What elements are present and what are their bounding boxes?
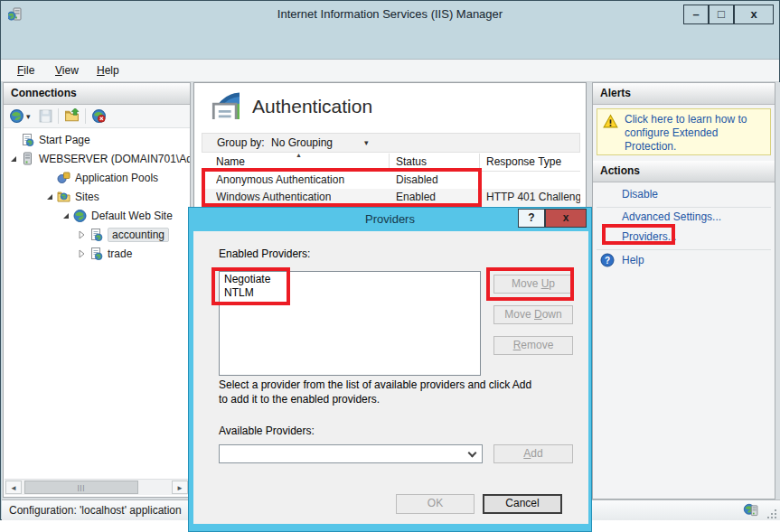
column-status[interactable]: Status <box>396 155 427 168</box>
expander-collapsed-icon[interactable] <box>76 229 89 240</box>
expander-collapsed-icon[interactable] <box>76 248 89 259</box>
expander-spacer <box>7 135 20 145</box>
scroll-left-icon[interactable]: ◄ <box>5 481 22 494</box>
dialog-help-button[interactable]: ? <box>518 209 545 228</box>
address-bar: ▸ WEBSERVER ▸ Sites ▸ Default Web Site ▸… <box>1 28 779 59</box>
save-icon[interactable] <box>38 108 53 124</box>
menu-file-rest: ile <box>23 64 34 77</box>
toolbar-separator <box>58 108 59 124</box>
dialog-description: Select a provider from the list of avail… <box>219 378 537 406</box>
connect-caret-icon[interactable]: ▾ <box>26 112 31 121</box>
group-by-bar: Group by: No Grouping ▾ <box>202 133 580 153</box>
actions-divider <box>597 207 771 208</box>
tree-item-application-pools[interactable]: Application Pools <box>40 168 190 187</box>
tree-item-start-page[interactable]: Start Page <box>4 130 190 149</box>
resize-grip[interactable] <box>766 508 776 518</box>
warning-icon <box>603 114 618 129</box>
scrollbar-thumb[interactable]: ||| <box>24 481 138 494</box>
menu-help-rest: elp <box>105 64 119 77</box>
label-part: D <box>534 308 542 321</box>
expander-expanded-icon[interactable] <box>60 210 72 221</box>
alert-link[interactable]: Click here to learn how to configure Ext… <box>625 113 767 154</box>
start-page-icon <box>20 133 35 147</box>
available-providers-dropdown[interactable] <box>219 444 483 463</box>
connections-panel: Connections ▾ <box>3 82 191 498</box>
expander-expanded-icon[interactable] <box>43 191 56 202</box>
action-advanced-settings[interactable]: Advanced Settings... <box>622 210 721 223</box>
alert-box[interactable]: Click here to learn how to configure Ext… <box>597 108 771 155</box>
menu-view-key: V <box>55 64 62 77</box>
annotation-negotiate-ntlm <box>211 267 290 305</box>
actions-divider <box>597 249 771 250</box>
cell-response: HTTP 401 Challeng <box>486 189 580 206</box>
help-icon[interactable] <box>600 253 615 267</box>
minimize-button[interactable]: – <box>683 5 709 24</box>
label-part: own <box>542 308 562 321</box>
horizontal-scrollbar[interactable]: ◄ ||| ► <box>5 479 189 495</box>
connections-tree: Start Page WEBSERVER (DOMAIN701\Ad Appli… <box>4 130 190 263</box>
close-button[interactable]: x <box>734 5 774 24</box>
add-button[interactable]: Add <box>493 444 573 463</box>
folder-up-icon[interactable] <box>64 108 80 124</box>
sort-ascending-icon: ▲ <box>296 152 302 158</box>
annotation-providers-action <box>602 224 675 245</box>
ok-button[interactable]: OK <box>396 494 475 514</box>
menu-view-rest: iew <box>62 64 79 77</box>
dialog-close-button[interactable]: x <box>545 209 587 228</box>
column-response-type[interactable]: Response Type <box>486 155 561 168</box>
screenshot-root: Internet Information Services (IIS) Mana… <box>0 0 780 532</box>
cancel-button[interactable]: Cancel <box>483 494 562 514</box>
application-icon <box>89 247 104 261</box>
label-part: dd <box>531 447 542 460</box>
remove-connection-icon[interactable] <box>91 108 107 124</box>
actions-panel: Alerts Click here to learn how to config… <box>592 82 775 499</box>
status-text: Configuration: 'localhost' application <box>9 500 182 520</box>
connections-header: Connections <box>4 83 190 105</box>
label-part: emove <box>521 339 553 351</box>
feature-title: Authentication <box>252 96 372 117</box>
group-by-label: Group by: <box>217 134 265 152</box>
menu-help-key: H <box>97 64 105 77</box>
tree-item-label: Application Pools <box>75 172 158 184</box>
tree-item-default-web-site[interactable]: Default Web Site <box>56 206 190 225</box>
tree-item-label: trade <box>108 247 132 260</box>
action-help[interactable]: Help <box>622 254 644 266</box>
chevron-down-icon <box>468 449 477 458</box>
menu-file[interactable]: File <box>10 60 42 82</box>
available-providers-label: Available Providers: <box>219 425 315 437</box>
connect-server-icon[interactable] <box>9 108 24 124</box>
providers-dialog: Providers ? x Enabled Providers: Negotia… <box>188 207 592 532</box>
tree-item-accounting[interactable]: accounting <box>72 225 190 244</box>
authentication-feature-icon <box>209 89 240 119</box>
title-bar[interactable]: Internet Information Services (IIS) Mana… <box>1 1 779 28</box>
remove-button[interactable]: Remove <box>493 336 573 355</box>
tree-item-label: Start Page <box>39 134 90 146</box>
label-part: R <box>513 339 522 351</box>
actions-header: Actions <box>593 161 775 182</box>
group-by-caret-icon[interactable]: ▾ <box>364 134 369 152</box>
tree-item-label: WEBSERVER (DOMAIN701\Ad <box>39 153 190 165</box>
tree-item-sites[interactable]: Sites <box>40 187 190 206</box>
tree-item-webserver[interactable]: WEBSERVER (DOMAIN701\Ad <box>4 149 190 168</box>
application-pools-icon <box>56 171 71 185</box>
annotation-auth-rows <box>202 168 482 207</box>
menu-help[interactable]: Help <box>89 60 127 82</box>
toolbar-separator <box>85 108 86 124</box>
menu-view[interactable]: View <box>48 60 86 82</box>
maximize-button[interactable]: □ <box>709 5 734 24</box>
action-disable[interactable]: Disable <box>622 188 658 201</box>
tree-item-trade[interactable]: trade <box>72 244 190 263</box>
enabled-providers-label: Enabled Providers: <box>219 247 310 260</box>
annotation-move-up <box>486 267 574 301</box>
server-icon <box>20 152 35 166</box>
menu-bar: File View Help <box>1 59 779 82</box>
scroll-right-icon[interactable]: ► <box>172 481 188 494</box>
web-site-globe-icon <box>72 209 88 223</box>
move-down-button[interactable]: Move Down <box>493 305 573 324</box>
tree-item-label-selected: accounting <box>108 228 169 242</box>
column-name[interactable]: Name <box>216 155 245 168</box>
expander-expanded-icon[interactable] <box>7 154 20 164</box>
tree-item-label: Default Web Site <box>91 210 173 222</box>
group-by-dropdown[interactable]: No Grouping <box>271 134 333 152</box>
expander-spacer <box>43 173 56 183</box>
